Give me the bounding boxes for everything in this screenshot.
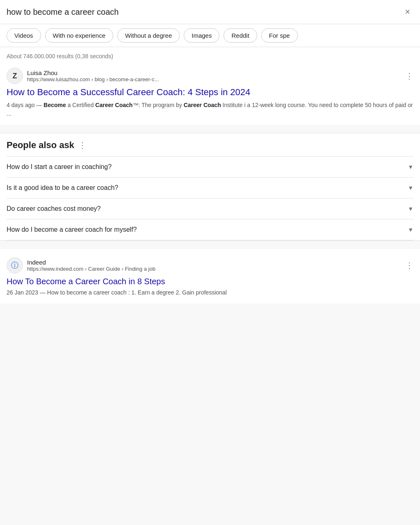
paa-chevron-3: ▼ bbox=[408, 205, 413, 212]
paa-question-text-2: Is it a good idea to be a career coach? bbox=[7, 184, 118, 192]
result-more-icon-1[interactable]: ⋮ bbox=[405, 71, 413, 81]
result-snippet-1: 4 days ago — Become a Certified Career C… bbox=[7, 101, 413, 118]
indeed-icon: ⓘ bbox=[11, 260, 18, 270]
result-title-2[interactable]: How To Become a Career Coach in 8 Steps bbox=[7, 276, 413, 287]
result-title-1[interactable]: How to Become a Successful Career Coach:… bbox=[7, 87, 413, 98]
result-site-name-2: Indeed bbox=[27, 259, 401, 266]
divider-1 bbox=[0, 125, 420, 129]
people-also-ask: People also ask ⋮ How do I start a caree… bbox=[0, 133, 420, 241]
search-result-2: ⓘ Indeed https://www.indeed.com › Career… bbox=[0, 249, 420, 304]
indeed-favicon: ⓘ bbox=[7, 257, 23, 274]
search-bar: × bbox=[0, 0, 420, 24]
result-url-1[interactable]: https://www.luisazhou.com › blog › becom… bbox=[27, 76, 401, 82]
paa-header: People also ask ⋮ bbox=[7, 140, 413, 151]
snippet-date-1: 4 days ago bbox=[7, 102, 36, 108]
paa-question-1[interactable]: How do I start a career in coaching? ▼ bbox=[7, 156, 413, 177]
tab-for-spe[interactable]: For spe bbox=[261, 28, 298, 43]
tab-no-experience[interactable]: With no experience bbox=[45, 28, 113, 43]
clear-icon[interactable]: × bbox=[402, 5, 413, 19]
favicon-letter: Z bbox=[13, 72, 17, 80]
tab-reddit[interactable]: Reddit bbox=[224, 28, 257, 43]
divider-2 bbox=[0, 241, 420, 245]
luisa-zhou-favicon: Z bbox=[7, 68, 23, 84]
result-more-icon-2[interactable]: ⋮ bbox=[405, 260, 413, 270]
paa-more-icon[interactable]: ⋮ bbox=[78, 140, 87, 150]
result-url-2[interactable]: https://www.indeed.com › Career Guide › … bbox=[27, 266, 401, 272]
paa-question-2[interactable]: Is it a good idea to be a career coach? … bbox=[7, 177, 413, 198]
search-input[interactable] bbox=[7, 7, 402, 17]
paa-chevron-4: ▼ bbox=[408, 226, 413, 233]
snippet-dash-1: — Become a Certified Career Coach™: The … bbox=[7, 102, 413, 117]
result-snippet-2: 26 Jan 2023 — How to become a career coa… bbox=[7, 288, 413, 297]
results-count: About 746.000.000 results (0,38 seconds) bbox=[0, 47, 420, 63]
result-source-2: ⓘ Indeed https://www.indeed.com › Career… bbox=[7, 257, 413, 274]
paa-chevron-2: ▼ bbox=[408, 185, 413, 191]
result-source-info-1: Luisa Zhou https://www.luisazhou.com › b… bbox=[27, 69, 401, 82]
filter-tabs: Videos With no experience Without a degr… bbox=[0, 24, 420, 47]
paa-question-text-1: How do I start a career in coaching? bbox=[7, 163, 112, 171]
paa-chevron-1: ▼ bbox=[408, 164, 413, 170]
paa-question-4[interactable]: How do I become a career coach for mysel… bbox=[7, 219, 413, 240]
paa-question-text-4: How do I become a career coach for mysel… bbox=[7, 226, 137, 233]
tab-images[interactable]: Images bbox=[184, 28, 219, 43]
paa-title: People also ask bbox=[7, 140, 74, 151]
paa-question-text-3: Do career coaches cost money? bbox=[7, 205, 100, 212]
tab-no-degree[interactable]: Without a degree bbox=[117, 28, 180, 43]
search-result-1: Z Luisa Zhou https://www.luisazhou.com ›… bbox=[0, 63, 420, 125]
tab-videos[interactable]: Videos bbox=[7, 28, 41, 43]
paa-question-3[interactable]: Do career coaches cost money? ▼ bbox=[7, 198, 413, 219]
result-site-name-1: Luisa Zhou bbox=[27, 69, 401, 76]
result-source-info-2: Indeed https://www.indeed.com › Career G… bbox=[27, 259, 401, 272]
result-source-1: Z Luisa Zhou https://www.luisazhou.com ›… bbox=[7, 68, 413, 84]
